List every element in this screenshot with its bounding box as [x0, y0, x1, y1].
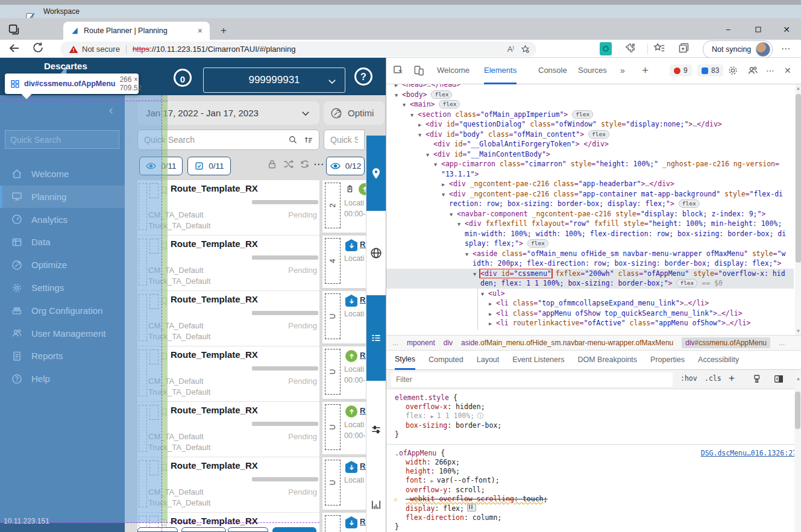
breadcrumb-item[interactable]: ...: [779, 339, 785, 347]
route-action-button-primary[interactable]: [272, 527, 316, 532]
map-strip-tab-list-icon[interactable]: [366, 295, 386, 381]
tab-close-icon[interactable]: ×: [195, 26, 205, 36]
console-errors-badge[interactable]: 9: [670, 64, 692, 77]
class-toggle[interactable]: .cls: [705, 374, 721, 383]
stop-link[interactable]: Ra: [360, 462, 366, 471]
browser-tab[interactable]: Route Planner | Planning ×: [63, 22, 210, 40]
sidebar-item-help[interactable]: Help: [0, 368, 125, 390]
stops-visible-toggle[interactable]: 0/12: [326, 157, 365, 175]
issues-badge[interactable]: 83: [697, 64, 723, 77]
stop-link[interactable]: Ra: [360, 517, 366, 526]
dom-node-line[interactable]: idth: 200px; flex-direction: row; box-si…: [386, 258, 794, 269]
dom-scrollbar[interactable]: ▲ ▼: [795, 84, 801, 335]
map-strip-tab-sliders-icon[interactable]: [366, 381, 386, 478]
lock-icon[interactable]: [266, 158, 278, 171]
stop-link[interactable]: Ra: [360, 406, 366, 415]
panel-tab-layout[interactable]: Layout: [477, 351, 500, 369]
sidebar-item-welcome[interactable]: Welcome: [0, 163, 125, 185]
route-template-card[interactable]: Route_Template_RXCM_TA_DefaultPendingTru…: [137, 346, 319, 402]
dom-node-line[interactable]: ▼<navbar-component _ngcontent-pae-c216 s…: [386, 209, 794, 219]
window-close-button[interactable]: ✕: [777, 22, 796, 37]
route-template-card[interactable]: Route_Template_RXCM_TA_DefaultPendingTru…: [137, 457, 319, 513]
address-bar[interactable]: Not secure https://10.11.223.151/Cimarro…: [60, 42, 536, 57]
dom-node-line[interactable]: ▶<li class="top_ofmmcollapseExpand_menu_…: [386, 298, 794, 308]
favorites-bar-icon[interactable]: [653, 42, 667, 56]
row-checkbox[interactable]: [139, 405, 147, 452]
stop-card[interactable]: URaLocati: [322, 291, 366, 343]
stops-quick-search[interactable]: [324, 130, 365, 150]
browser-extension-icon[interactable]: [600, 42, 612, 55]
row-checkbox[interactable]: [149, 405, 159, 420]
map-strip-tab-map-pin-icon[interactable]: [366, 136, 386, 211]
devtools-tab-elements[interactable]: Elements: [484, 58, 517, 84]
row-checkbox[interactable]: [139, 460, 147, 507]
sidebar-item-planning[interactable]: Planning: [0, 186, 125, 208]
help-button[interactable]: ?: [354, 67, 372, 86]
row-checkbox[interactable]: [139, 183, 147, 230]
refresh-button[interactable]: [31, 41, 47, 57]
panel-tab-accessibility[interactable]: Accessibility: [698, 351, 739, 369]
notification-badge[interactable]: 0: [174, 69, 192, 87]
stop-link[interactable]: Ra: [360, 295, 366, 304]
breadcrumb-item[interactable]: div: [444, 339, 453, 347]
route-action-button[interactable]: [228, 527, 268, 532]
sidebar-item-user-management[interactable]: User Management: [0, 322, 125, 345]
dom-node-line[interactable]: ▶<div id="questionDialog" class="ofWindo…: [386, 119, 794, 130]
dom-node-line[interactable]: min-width: 100%; width: 100%; flex-direc…: [386, 229, 794, 239]
dom-node-line[interactable]: splay: flex;"> flex: [386, 239, 794, 249]
dom-node-line[interactable]: ▼<div id="cssmenu" fxflex="200wh" class=…: [386, 269, 794, 279]
dom-node-line[interactable]: <div id="__GlobalAntiForgeryToken"> </di…: [386, 139, 794, 149]
css-property-line[interactable]: width: 266px;: [392, 458, 796, 467]
sort-icon[interactable]: [303, 134, 314, 145]
devtools-tab-sources[interactable]: Sources: [578, 58, 607, 83]
dom-node-line[interactable]: ▼<app-cimarron class="cimarron" style="h…: [386, 159, 794, 169]
devtools-profiles-icon[interactable]: [747, 64, 759, 77]
dom-node-line[interactable]: ▼<aside class="ofMain_menu ofHide_sm nav…: [386, 249, 794, 259]
panel-tab-event-listeners[interactable]: Event Listeners: [512, 351, 564, 369]
stop-card[interactable]: URaLocati: [322, 457, 366, 510]
css-property-line[interactable]: flex: ▶ 1 1 100%;ⓘ: [392, 412, 796, 421]
favorite-star-icon[interactable]: [520, 44, 530, 54]
tab-actions-icon[interactable]: [7, 23, 20, 36]
new-tab-button[interactable]: +: [217, 24, 230, 37]
date-range-selector[interactable]: Jan 17, 2022 - Jan 17, 2023: [137, 101, 319, 125]
devtools-menu-icon[interactable]: ⋯: [766, 66, 775, 75]
url-text[interactable]: https://10.11.223.151/CimarronTAUI/#/pla…: [133, 45, 296, 54]
account-dropdown[interactable]: 999999931: [203, 67, 345, 93]
sidebar-item-org-configuration[interactable]: Org Configuration: [0, 299, 125, 322]
pseudo-state-toggle[interactable]: :hov: [680, 374, 697, 383]
route-template-card[interactable]: Route_Template_RXCM_TA_DefaultPendingTru…: [137, 180, 319, 236]
stop-link[interactable]: Ra: [360, 240, 366, 249]
css-property-line[interactable]: ⚠-webkit-overflow-scrolling: touch;: [392, 495, 796, 504]
more-tabs-icon[interactable]: »: [620, 66, 625, 75]
devtools-close-icon[interactable]: ✕: [784, 66, 791, 75]
dom-node-line[interactable]: ▼<section class="ofMain_appImperium"> fl…: [386, 110, 794, 120]
row-checkbox[interactable]: [149, 460, 159, 475]
security-chip[interactable]: Not secure: [69, 45, 120, 54]
sidebar-item-data[interactable]: Data: [0, 231, 125, 253]
css-selector-line[interactable]: element.style {: [392, 393, 796, 402]
collections-icon[interactable]: [677, 42, 692, 56]
shuffle-icon[interactable]: [282, 158, 295, 171]
stop-card[interactable]: URaLocati00:00-: [322, 402, 366, 454]
routes-search-input[interactable]: [143, 134, 283, 145]
dom-node-line[interactable]: ▼<div id="body" class="ofMain_content"> …: [386, 130, 794, 140]
maximize-button[interactable]: [749, 22, 767, 37]
sidebar-item-analytics[interactable]: Analytics: [0, 208, 125, 231]
device-toolbar-icon[interactable]: [413, 64, 425, 77]
stop-card[interactable]: 2Locati00:00-: [322, 180, 366, 233]
row-checkbox[interactable]: [139, 349, 147, 396]
dom-node-line[interactable]: den; flex: 1 1 100%; box-sizing: border-…: [386, 278, 794, 289]
css-property-line[interactable]: box-sizing: border-box;: [392, 421, 796, 430]
panel-tab-styles[interactable]: Styles: [395, 351, 415, 370]
route-template-card[interactable]: Route_Template_RXCM_TA_DefaultPendingTru…: [137, 236, 319, 291]
css-property-line[interactable]: overflow-y: scroll;: [392, 486, 796, 495]
routes-more-icon[interactable]: ⋯: [313, 158, 324, 171]
sidebar-item-optimize[interactable]: Optimize: [0, 254, 125, 276]
breadcrumb-item[interactable]: ...: [392, 339, 398, 347]
panel-tab-dom-breakpoints[interactable]: DOM Breakpoints: [577, 351, 637, 369]
dom-node-line[interactable]: ▼<div fxflexfill fxlayout="row" fxfill s…: [386, 219, 794, 229]
computed-sidebar-icon[interactable]: [773, 374, 784, 384]
row-checkbox[interactable]: [149, 239, 159, 254]
dom-node-line[interactable]: ▼<main> flex: [386, 99, 794, 110]
